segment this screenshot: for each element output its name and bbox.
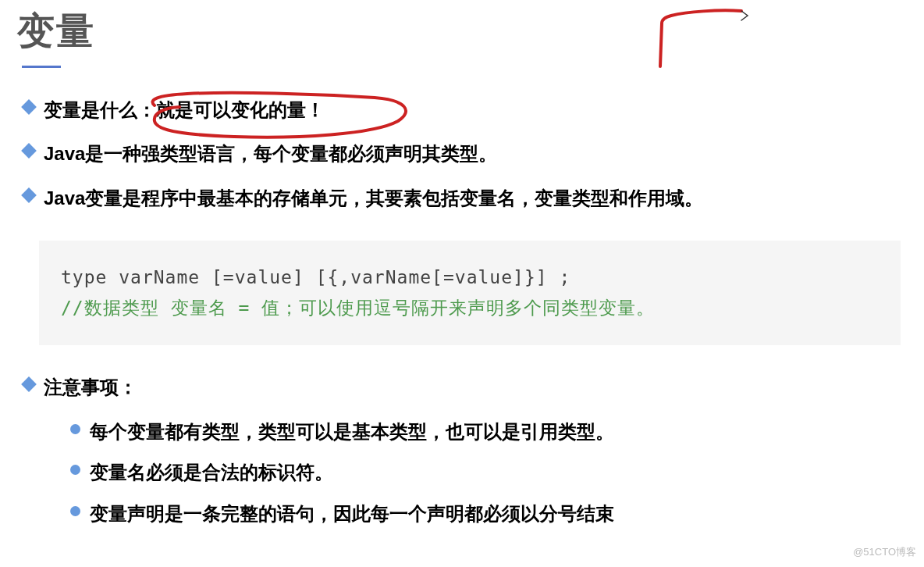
sub-bullet-item: 变量声明是一条完整的语句，因此每一个声明都必须以分号结束 [70, 499, 924, 529]
sub-bullet-text: 每个变量都有类型，类型可以是基本类型，也可以是引用类型。 [90, 417, 614, 447]
diamond-icon [21, 187, 37, 203]
bullet-text: 变量是什么：就是可以变化的量！ [44, 95, 325, 125]
sub-bullet-item: 每个变量都有类型，类型可以是基本类型，也可以是引用类型。 [70, 417, 924, 447]
bullet-item: Java变量是程序中最基本的存储单元，其要素包括变量名，变量类型和作用域。 [23, 184, 924, 213]
dot-icon [70, 506, 80, 516]
sub-bullet-item: 变量名必须是合法的标识符。 [70, 458, 924, 487]
sub-bullets: 每个变量都有类型，类型可以是基本类型，也可以是引用类型。 变量名必须是合法的标识… [23, 417, 924, 529]
bullet-text: Java变量是程序中最基本的存储单元，其要素包括变量名，变量类型和作用域。 [44, 184, 703, 213]
code-line: type varName [=value] [{,varName[=value]… [61, 262, 879, 293]
diamond-icon [21, 143, 37, 159]
bullet-item: 变量是什么：就是可以变化的量！ [23, 95, 924, 125]
diamond-icon [21, 99, 37, 115]
page-title: 变量 [0, 0, 924, 56]
notes-heading: 注意事项： [44, 373, 137, 402]
code-comment: //数据类型 变量名 = 值；可以使用逗号隔开来声明多个同类型变量。 [61, 293, 879, 323]
title-underline [22, 66, 61, 68]
diamond-icon [21, 376, 37, 392]
dot-icon [70, 424, 80, 434]
bullet-text: Java是一种强类型语言，每个变量都必须声明其类型。 [44, 139, 497, 169]
bullet-item: Java是一种强类型语言，每个变量都必须声明其类型。 [23, 139, 924, 169]
code-block: type varName [=value] [{,varName[=value]… [39, 241, 901, 345]
sub-bullet-text: 变量名必须是合法的标识符。 [90, 458, 333, 487]
main-bullets: 变量是什么：就是可以变化的量！ Java是一种强类型语言，每个变量都必须声明其类… [0, 95, 924, 213]
notes-section: 注意事项： 每个变量都有类型，类型可以是基本类型，也可以是引用类型。 变量名必须… [0, 373, 924, 529]
watermark: @51CTO博客 [853, 545, 916, 559]
dot-icon [70, 465, 80, 475]
bullet-item: 注意事项： [23, 373, 924, 402]
sub-bullet-text: 变量声明是一条完整的语句，因此每一个声明都必须以分号结束 [90, 499, 614, 529]
